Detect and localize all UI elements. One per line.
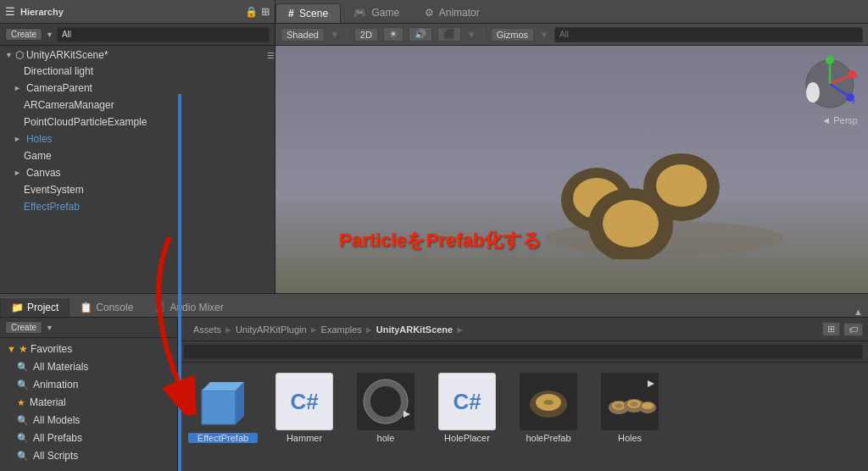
hierarchy-create-btn[interactable]: Create [5, 28, 42, 41]
effect-prefab-thumb [194, 373, 252, 430]
project-tab-icon: 📁 [11, 302, 24, 313]
asset-hammer[interactable]: C# Hammer [266, 369, 342, 446]
sound-btn[interactable]: 🔊 [409, 27, 432, 42]
scene-tabs: # Scene 🎮 Game ⚙ Animator [275, 0, 868, 24]
breadcrumb-plugin[interactable]: UnityARKitPlugin [236, 324, 307, 335]
assets-grid: EffectPrefab C# Hammer [178, 363, 868, 453]
project-layout-btn[interactable]: ⊞ [822, 322, 840, 336]
animator-tab-label: Animator [439, 7, 480, 19]
project-search-bar [178, 341, 868, 363]
console-tab-icon: 📋 [80, 302, 92, 313]
favorites-section[interactable]: ▼ ★ Favorites [0, 340, 177, 358]
favorites-label: Favorites [31, 341, 72, 357]
hierarchy-item-directional-light[interactable]: Directional light [0, 63, 275, 80]
scene-gizmo[interactable]: x y z [800, 54, 860, 114]
breadcrumb: Assets ► UnityARKitPlugin ► Examples ► U… [193, 324, 465, 335]
hierarchy-item-holes[interactable]: ► Holes [0, 130, 275, 147]
screen-btn[interactable]: ⬛ [437, 27, 461, 42]
hierarchy-item-game[interactable]: Game [0, 147, 275, 164]
fav-material[interactable]: ★ Material [0, 394, 177, 412]
directional-light-label: Directional light [24, 64, 93, 79]
gizmos-dropdown[interactable]: Gizmos [491, 28, 534, 42]
fav-animation[interactable]: 🔍 Animation [0, 376, 177, 394]
hierarchy-item-camera-parent[interactable]: ► CameraParent [0, 80, 275, 97]
fav-material-label: Material [30, 396, 66, 410]
fav-all-models[interactable]: 🔍 All Models [0, 412, 177, 429]
svg-point-36 [615, 403, 623, 408]
svg-point-20 [806, 82, 820, 103]
console-tab-label: Console [96, 302, 133, 313]
camera-parent-label: CameraParent [26, 80, 92, 96]
project-create-btn[interactable]: Create [5, 321, 42, 334]
toolbar-sep1 [347, 28, 348, 42]
project-tree: ▼ ★ Favorites 🔍 All Materials 🔍 Animatio… [0, 338, 177, 471]
ar-camera-manager-label: ARCameraManager [24, 97, 114, 113]
svg-text:y: y [828, 54, 832, 60]
fav-all-materials[interactable]: 🔍 All Materials [0, 358, 177, 376]
fav-all-prefabs[interactable]: 🔍 All Prefabs [0, 429, 177, 447]
holes-arrow: ► [14, 131, 21, 147]
search-icon-materials: 🔍 [17, 360, 29, 374]
twod-btn[interactable]: 2D [354, 28, 378, 42]
fav-animation-label: Animation [33, 378, 78, 392]
asset-effect-prefab[interactable]: EffectPrefab [185, 369, 261, 446]
scene-tab-label: Scene [299, 8, 328, 19]
hole-prefab-svg [520, 374, 576, 429]
tab-animator[interactable]: ⚙ Animator [412, 3, 492, 23]
hierarchy-item-point-cloud[interactable]: PointCloudParticleExample [0, 114, 275, 130]
viewport-background: x y z ◄ Persp ParticleをPrefab化する [275, 46, 868, 293]
hierarchy-item-event-system[interactable]: EventSystem [0, 181, 275, 198]
camera-parent-arrow: ► [14, 80, 21, 96]
tab-game[interactable]: 🎮 Game [341, 3, 412, 23]
search-icon-prefabs: 🔍 [17, 431, 29, 446]
hole-thumb [357, 373, 415, 430]
fav-all-scripts-label: All Scripts [33, 449, 78, 463]
hierarchy-lock-icon[interactable]: 🔒 [245, 6, 258, 18]
asset-holes[interactable]: Holes [592, 369, 668, 446]
holes-label: Holes [26, 131, 53, 147]
hierarchy-menu-icon: ☰ [5, 5, 15, 18]
asset-hole-prefab[interactable]: holePrefab [510, 369, 587, 446]
breadcrumb-sep4: ► [455, 324, 465, 335]
blue-cube-svg [195, 374, 251, 429]
hole-placer-label: HolePlacer [432, 433, 502, 443]
panel-collapse-icon[interactable]: ▲ [854, 307, 863, 317]
project-tag-btn[interactable]: 🏷 [843, 323, 863, 336]
hole-ring-svg [358, 374, 414, 429]
asset-hole[interactable]: hole [348, 369, 424, 446]
breadcrumb-examples[interactable]: Examples [321, 324, 362, 335]
hammer-label: Hammer [270, 433, 339, 443]
breadcrumb-sep1: ► [224, 324, 233, 335]
project-left-panel: Create ▼ ▼ ★ Favorites 🔍 All Materials 🔍 [0, 318, 178, 471]
hierarchy-search-input[interactable] [57, 27, 270, 42]
bottom-tabs: 📁 Project 📋 Console 🎵 Audio Mixer ▲ [0, 294, 868, 318]
game-tab-label: Game [371, 7, 399, 19]
blue-indicator-bar [178, 94, 181, 472]
svg-point-41 [642, 402, 654, 409]
tab-scene[interactable]: # Scene [275, 3, 341, 23]
tab-audio-mixer[interactable]: 🎵 Audio Mixer [143, 298, 233, 317]
asset-hole-placer[interactable]: C# HolePlacer [429, 369, 505, 446]
breadcrumb-assets[interactable]: Assets [193, 324, 221, 335]
hierarchy-item-canvas[interactable]: ► Canvas [0, 164, 275, 181]
tab-project[interactable]: 📁 Project [0, 297, 70, 317]
hierarchy-item-ar-camera-manager[interactable]: ARCameraManager [0, 97, 275, 114]
hierarchy-item-effect-prefab[interactable]: EffectPrefab [0, 198, 275, 215]
tab-console[interactable]: 📋 Console [70, 298, 143, 317]
star-icon-material: ★ [17, 396, 25, 410]
holes-thumb [601, 373, 659, 430]
project-search-input[interactable] [183, 344, 863, 359]
bottom-row: 📁 Project 📋 Console 🎵 Audio Mixer ▲ Crea… [0, 293, 868, 471]
hole-prefab-thumb [520, 373, 577, 430]
shaded-dropdown[interactable]: Shaded [281, 28, 325, 42]
sun-btn[interactable]: ☀ [383, 27, 403, 42]
scene-search-input[interactable] [554, 27, 863, 42]
fav-all-scripts[interactable]: 🔍 All Scripts [0, 447, 177, 465]
annotation-container: ParticleをPrefab化する [339, 228, 542, 253]
hierarchy-pin-icon[interactable]: ⊞ [261, 6, 270, 18]
hierarchy-root[interactable]: ▼ ⬡ UnityARKitScene* ☰ [0, 47, 275, 63]
svg-point-26 [370, 386, 401, 417]
fav-all-prefabs-label: All Prefabs [33, 431, 82, 446]
svg-rect-21 [202, 391, 236, 424]
breadcrumb-sep3: ► [364, 324, 374, 335]
